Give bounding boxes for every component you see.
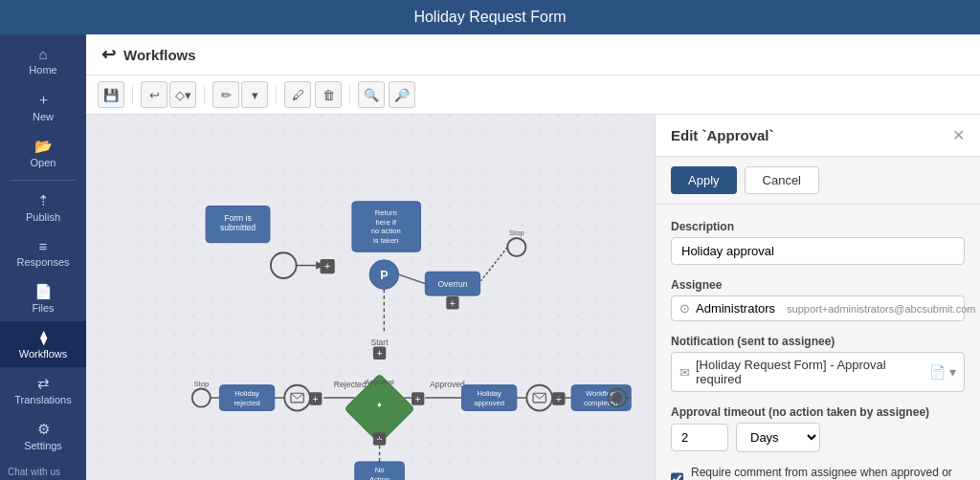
svg-text:+: + xyxy=(556,393,562,404)
pen-button[interactable]: 🖊 xyxy=(284,81,311,108)
timeout-field: Approval timeout (no action taken by ass… xyxy=(671,405,965,452)
notification-file-button[interactable]: 📄 xyxy=(929,364,946,380)
chat-section-label: Chat with us now xyxy=(0,459,86,480)
publish-icon: ⇡ xyxy=(37,192,50,209)
settings-icon: ⚙ xyxy=(37,421,50,438)
sidebar-item-label: Workflows xyxy=(19,348,68,360)
sidebar-item-open[interactable]: 📂 Open xyxy=(0,130,86,176)
apply-button[interactable]: Apply xyxy=(671,166,737,194)
assignee-icon: ⊙ xyxy=(679,301,690,316)
require-comment-row: Require comment from assignee when appro… xyxy=(671,466,965,480)
home-icon: ⌂ xyxy=(38,46,47,62)
svg-point-59 xyxy=(612,392,622,403)
svg-text:Holiday: Holiday xyxy=(234,389,259,398)
assignee-email: support+administrators@abcsubmit.com xyxy=(787,303,975,315)
timeout-value-input[interactable] xyxy=(671,424,728,451)
workflows-header: ↩ Workflows xyxy=(86,34,980,76)
panel-close-button[interactable]: ✕ xyxy=(952,126,965,144)
save-button[interactable]: 💾 xyxy=(98,81,124,108)
zoom-out-button[interactable]: 🔎 xyxy=(389,81,415,108)
toolbar-sep-1 xyxy=(132,85,133,104)
svg-text:+: + xyxy=(324,260,331,272)
sidebar-item-publish[interactable]: ⇡ Publish xyxy=(0,185,86,230)
sidebar-item-home[interactable]: ⌂ Home xyxy=(0,38,86,83)
sidebar-item-label: Publish xyxy=(26,211,60,223)
workflows-icon: ⧫ xyxy=(40,329,47,346)
toolbar-group-save: 💾 xyxy=(98,81,124,108)
svg-text:rejected: rejected xyxy=(234,399,260,407)
timeout-label: Approval timeout (no action taken by ass… xyxy=(671,405,965,419)
undo-button[interactable]: ↩ xyxy=(141,81,167,108)
toolbar-sep-4 xyxy=(349,85,350,104)
toolbar-sep-3 xyxy=(276,85,277,104)
description-input[interactable] xyxy=(671,237,965,265)
open-icon: 📂 xyxy=(34,138,53,155)
sidebar-item-settings[interactable]: ⚙ Settings xyxy=(0,413,86,459)
sidebar-item-label: Home xyxy=(29,64,56,76)
sidebar-bottom: Chat with us now 👤 My Account 🏢 My Compa… xyxy=(0,459,86,480)
panel-body: Description Assignee ⊙ Administrators su… xyxy=(656,205,980,480)
require-comment-label[interactable]: Require comment from assignee when appro… xyxy=(691,466,965,480)
panel-actions: Apply Cancel xyxy=(656,157,980,205)
sidebar-item-workflows[interactable]: ⧫ Workflows xyxy=(0,321,86,367)
svg-text:+: + xyxy=(415,393,421,404)
svg-text:is taken: is taken xyxy=(373,236,398,245)
zoom-in-button[interactable]: 🔍 xyxy=(358,81,385,108)
cancel-button[interactable]: Cancel xyxy=(745,166,819,194)
sidebar-item-label: Files xyxy=(32,302,54,314)
notification-label: Notification (sent to assignee) xyxy=(671,335,965,348)
svg-text:Form is: Form is xyxy=(224,213,252,223)
svg-text:no action: no action xyxy=(371,227,401,235)
notification-field: Notification (sent to assignee) ✉ [Holid… xyxy=(671,335,965,392)
workflows-title: Workflows xyxy=(123,47,196,63)
svg-text:submitted: submitted xyxy=(220,223,256,232)
draw-button[interactable]: ✏ xyxy=(212,81,239,108)
assignee-select-row[interactable]: ⊙ Administrators support+administrators@… xyxy=(671,295,965,321)
sidebar-item-responses[interactable]: ≡ Responses xyxy=(0,230,86,275)
toolbar: 💾 ↩ ◇▾ ✏ ▾ 🖊 🗑 🔍 🔎 xyxy=(86,76,980,115)
sidebar-item-label: Settings xyxy=(24,440,62,451)
assignee-name: Administrators xyxy=(696,301,775,316)
panel-title: Edit `Approval` xyxy=(671,127,774,143)
timeout-unit-select[interactable]: Minutes Hours Days Weeks xyxy=(736,423,820,452)
responses-icon: ≡ xyxy=(39,238,48,254)
edit-panel: Edit `Approval` ✕ Apply Cancel Descripti… xyxy=(655,115,980,480)
svg-text:Stop: Stop xyxy=(509,229,524,237)
description-label: Description xyxy=(671,220,965,233)
files-icon: 📄 xyxy=(34,283,53,300)
sidebar: ⌂ Home ＋ New 📂 Open ⇡ Publish ≡ Response… xyxy=(0,34,86,480)
description-field: Description xyxy=(671,220,965,265)
sidebar-item-translations[interactable]: ⇄ Translations xyxy=(0,367,86,413)
notification-icon: ✉ xyxy=(679,365,690,380)
svg-text:Rejected: Rejected xyxy=(334,380,367,389)
svg-text:Start: Start xyxy=(370,338,389,347)
sidebar-item-label: New xyxy=(33,111,54,122)
delete-button[interactable]: 🗑 xyxy=(315,81,342,108)
toolbar-sep-2 xyxy=(204,85,205,104)
toolbar-group-undo: ↩ ◇▾ xyxy=(141,81,196,108)
sidebar-item-files[interactable]: 📄 Files xyxy=(0,275,86,321)
svg-text:Overrun: Overrun xyxy=(437,279,467,289)
svg-text:Holiday: Holiday xyxy=(477,389,501,398)
sidebar-item-new[interactable]: ＋ New xyxy=(0,83,86,130)
workflow-canvas[interactable]: Form is submitted + Return here if no ac… xyxy=(86,115,655,480)
svg-text:♦: ♦ xyxy=(377,400,382,409)
content-area: ↩ Workflows 💾 ↩ ◇▾ ✏ ▾ 🖊 🗑 🔍 🔎 xyxy=(86,34,980,480)
svg-text:Approval: Approval xyxy=(365,378,393,386)
assignee-label: Assignee xyxy=(671,278,965,292)
svg-text:Return: Return xyxy=(375,208,397,217)
translations-icon: ⇄ xyxy=(37,375,50,392)
svg-text:P: P xyxy=(380,269,388,282)
shapes-button[interactable]: ◇▾ xyxy=(169,81,196,108)
svg-text:Stop: Stop xyxy=(193,380,209,388)
timeout-row: Minutes Hours Days Weeks xyxy=(671,423,965,452)
svg-text:here if: here if xyxy=(376,218,397,227)
notification-row[interactable]: ✉ [Holiday Request Form] - Approval requ… xyxy=(671,352,965,392)
require-comment-checkbox[interactable] xyxy=(671,472,683,480)
svg-text:No: No xyxy=(375,466,385,474)
workflows-back-icon: ↩ xyxy=(101,44,116,65)
notification-dropdown-button[interactable]: ▾ xyxy=(949,364,956,380)
draw-dropdown[interactable]: ▾ xyxy=(241,81,268,108)
new-icon: ＋ xyxy=(36,91,51,109)
sidebar-item-label: Responses xyxy=(16,256,69,268)
